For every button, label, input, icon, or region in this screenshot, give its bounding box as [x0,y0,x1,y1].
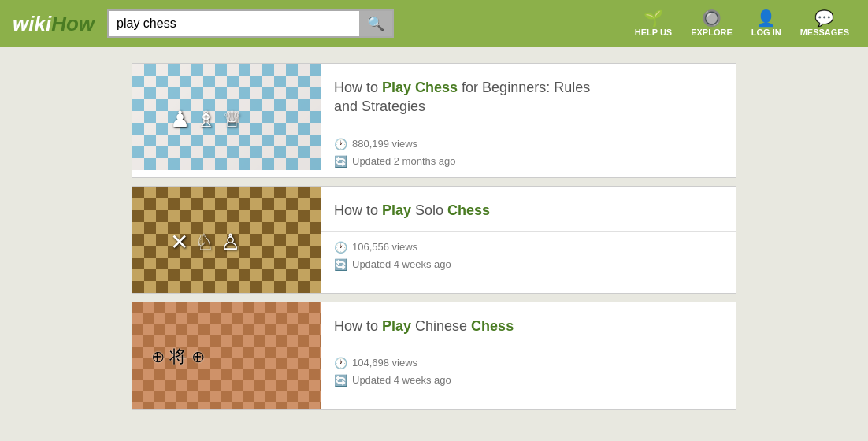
title-highlight-chess-3: Chess [471,318,514,334]
chess-thumbnail-2 [132,187,321,293]
result-title-3[interactable]: How to Play Chinese Chess [321,302,736,347]
search-form: 🔍 [107,9,394,38]
updated-text-2: Updated 4 weeks ago [352,258,451,270]
result-meta-1: 🕐 880,199 views 🔄 Updated 2 months ago [321,128,736,177]
result-meta-3: 🕐 104,698 views 🔄 Updated 4 weeks ago [321,347,736,396]
nav-label-help-us: HELP US [635,28,672,37]
views-count-1: 880,199 views [352,138,417,150]
explore-icon: 🔘 [702,10,721,26]
seedling-icon: 🌱 [644,10,663,26]
title-pre-1: How to [334,80,382,95]
result-info-1: How to Play Chess for Beginners: Rulesan… [321,64,736,177]
nav-item-login[interactable]: 👤 LOG IN [745,7,788,40]
clock-icon-3: 🕐 [334,357,347,369]
updated-text-1: Updated 2 months ago [352,155,456,167]
title-highlight-1: Play Chess [382,80,458,95]
person-icon: 👤 [756,10,776,26]
refresh-icon-3: 🔄 [334,374,347,387]
message-icon: 💬 [814,10,834,26]
title-pre-3: How to [334,318,382,334]
updated-row-1: 🔄 Updated 2 months ago [334,155,723,168]
updated-row-2: 🔄 Updated 4 weeks ago [334,258,723,271]
chess-thumbnail-3 [132,302,321,409]
title-highlight-chess-2: Chess [447,202,490,218]
updated-row-3: 🔄 Updated 4 weeks ago [334,374,723,387]
result-thumb-3 [132,302,321,409]
header: wikiHow 🔍 🌱 HELP US 🔘 EXPLORE 👤 LOG IN 💬… [0,0,868,47]
refresh-icon-1: 🔄 [334,155,347,168]
result-card-2[interactable]: How to Play Solo Chess 🕐 106,556 views 🔄… [132,186,736,294]
views-count-2: 106,556 views [352,241,417,253]
nav-item-explore[interactable]: 🔘 EXPLORE [684,7,739,40]
logo[interactable]: wikiHow [13,12,95,36]
search-results: How to Play Chess for Beginners: Rulesan… [119,63,749,410]
title-mid-3: Chinese [411,318,471,334]
clock-icon-2: 🕐 [334,241,347,254]
nav-label-login: LOG IN [751,28,781,37]
logo-wiki: wiki [13,12,51,36]
title-mid-2: Solo [411,202,447,218]
clock-icon-1: 🕐 [334,138,347,150]
logo-how: How [51,12,95,36]
result-card-1[interactable]: How to Play Chess for Beginners: Rulesan… [132,63,736,178]
result-info-2: How to Play Solo Chess 🕐 106,556 views 🔄… [321,187,736,293]
search-input[interactable] [107,9,359,38]
result-title-2[interactable]: How to Play Solo Chess [321,187,736,232]
views-count-3: 104,698 views [352,357,417,369]
refresh-icon-2: 🔄 [334,258,347,271]
result-info-3: How to Play Chinese Chess 🕐 104,698 view… [321,302,736,409]
views-row-1: 🕐 880,199 views [334,138,723,150]
result-title-1[interactable]: How to Play Chess for Beginners: Rulesan… [321,64,736,128]
result-card-3[interactable]: How to Play Chinese Chess 🕐 104,698 view… [132,302,736,410]
nav-item-help-us[interactable]: 🌱 HELP US [629,7,678,40]
result-meta-2: 🕐 106,556 views 🔄 Updated 4 weeks ago [321,232,736,280]
search-button[interactable]: 🔍 [359,9,394,38]
chess-thumbnail-1 [132,64,321,170]
nav-label-explore: EXPLORE [691,28,733,37]
views-row-2: 🕐 106,556 views [334,241,723,254]
result-thumb-1 [132,64,321,170]
search-icon: 🔍 [367,15,384,32]
views-row-3: 🕐 104,698 views [334,357,723,369]
nav-item-messages[interactable]: 💬 MESSAGES [794,7,855,40]
title-pre-2: How to [334,202,382,218]
top-nav: 🌱 HELP US 🔘 EXPLORE 👤 LOG IN 💬 MESSAGES [629,7,855,40]
result-thumb-2 [132,187,321,293]
nav-label-messages: MESSAGES [800,28,849,37]
title-highlight-play-2: Play [382,202,411,218]
title-highlight-play-3: Play [382,318,411,334]
updated-text-3: Updated 4 weeks ago [352,374,451,386]
